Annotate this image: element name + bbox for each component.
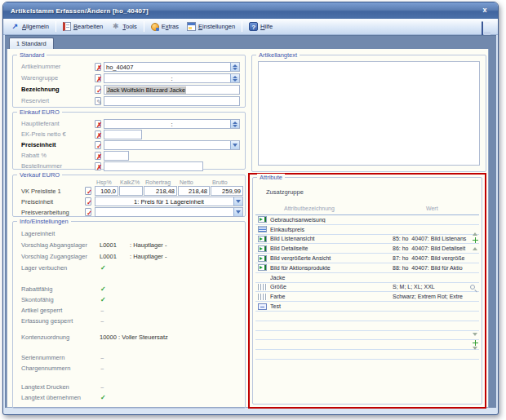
ek-preiseinheit-select[interactable] — [104, 140, 240, 150]
spinner-button[interactable] — [230, 120, 239, 128]
attribute-row[interactable]: Bild für Aktionsprodukte 88: ho_40407: B… — [255, 263, 479, 273]
hauptlieferant-input[interactable]: : — [104, 119, 240, 129]
media-attribute-icon — [258, 264, 267, 271]
add-icon[interactable] — [473, 340, 478, 346]
attribute-row-empty[interactable] — [255, 312, 479, 321]
attribute-row[interactable]: Bild Listenansicht 85: ho_40407: Bild Li… — [255, 235, 479, 245]
artikelnummer-input[interactable]: ho_40407 — [104, 62, 240, 72]
column-header: Brutto — [212, 179, 228, 186]
menu-allgemein[interactable]: ↗ Allgemein — [7, 20, 53, 33]
list-attribute-icon — [258, 284, 267, 290]
kalkz-cell[interactable] — [119, 186, 143, 196]
preisverarbeitung-select[interactable] — [95, 207, 243, 217]
info-desc: : Hauptlager - — [130, 252, 166, 261]
reserviert-input[interactable] — [104, 96, 240, 106]
column-header: Attributbezeichnung — [284, 206, 335, 211]
menu-label: Bearbeiten — [73, 23, 103, 30]
menu-bearbeiten[interactable]: Bearbeiten — [59, 20, 107, 33]
tab-page: Standard Artikelnummer ho_40407 Warengru… — [5, 49, 496, 408]
attribute-row[interactable]: Gebrauchsanweisung — [255, 215, 479, 225]
toolbar-separator — [144, 21, 144, 32]
info-label: Lagereinheit — [21, 229, 55, 238]
field-label: VK Preisliste 1 — [21, 187, 61, 196]
tools-icon: ✱ — [111, 22, 120, 31]
search-icon[interactable] — [470, 285, 475, 290]
dash-mark: -- — [100, 364, 103, 373]
field-label: Reserviert — [21, 96, 49, 105]
attribute-row-empty[interactable] — [255, 350, 479, 360]
dash-mark: -- — [100, 306, 103, 315]
attribute-row[interactable]: Bild vergrößerte Ansicht 87: ho_40407: B… — [255, 254, 479, 263]
attribute-row[interactable]: Größe S; M; L; XL; XXL — [255, 283, 479, 293]
dropdown-button[interactable] — [233, 197, 242, 206]
edit-icon — [95, 97, 101, 105]
group-attribute: Attribute Zusatzgruppe Attributbezeichnu… — [252, 177, 482, 405]
check-mark: ✓ — [100, 295, 106, 304]
attribute-row[interactable]: Jacke — [255, 273, 479, 283]
netto-cell[interactable]: 218,48 — [178, 186, 210, 196]
vk-preiseinheit-select[interactable]: 1: Preis für 1 Lagereinheit — [95, 197, 243, 206]
menu-hilfe[interactable]: ? Hilfe — [245, 20, 277, 33]
menu-extras[interactable]: Extras — [147, 20, 183, 33]
media-attribute-icon — [258, 255, 267, 262]
add-icon[interactable] — [473, 237, 478, 243]
attribute-name: Einkaufspreis — [270, 227, 393, 232]
close-button[interactable]: x — [479, 5, 490, 15]
dropdown-button[interactable] — [230, 141, 239, 149]
title-bar[interactable]: Artikelstamm Erfassen/Ändern [ho_40407] … — [3, 2, 498, 19]
field-label: Preisverarbeitung — [21, 208, 69, 217]
field-label: Bestellnummer — [21, 161, 62, 170]
attribute-row-empty[interactable] — [255, 340, 479, 350]
group-info: Info/Einstellungen Lagereinheit Vorschla… — [12, 221, 246, 409]
spinner-button[interactable] — [230, 63, 239, 71]
attribute-row[interactable]: Farbe Schwarz; Extrem Rot; Extre — [255, 292, 479, 302]
warengruppe-input[interactable]: : — [104, 73, 240, 83]
attribute-row[interactable]: Test — [255, 302, 479, 312]
field-label: Artikelnummer — [21, 62, 60, 71]
spinner-button[interactable] — [230, 74, 239, 82]
attribute-row-empty[interactable] — [255, 331, 479, 341]
dash-mark: -- — [100, 316, 103, 325]
save-button[interactable] — [482, 22, 491, 32]
attribute-value: S; M; L; XL; XXL — [393, 284, 479, 290]
langtext-textarea[interactable] — [258, 61, 480, 166]
field-label: EK-Preis netto € — [21, 130, 66, 139]
rohertrag-cell[interactable]: 218,48 — [144, 186, 177, 196]
attribute-name: Gebrauchsanweisung — [270, 217, 393, 223]
move-up-icon[interactable] — [473, 247, 477, 250]
bestellnummer-input[interactable] — [104, 161, 203, 171]
attribute-row[interactable]: Einkaufspreis — [255, 225, 479, 235]
vk-preiseinheit-value: 1: Preis für 1 Lagereinheit — [134, 198, 204, 206]
attribute-row[interactable]: Bild Detailseite 86: ho_40407: Bild Deta… — [255, 244, 479, 254]
rabatt-input[interactable] — [104, 151, 129, 161]
field-label: Preiseinheit — [21, 140, 56, 149]
attribute-value: Schwarz; Extrem Rot; Extre — [393, 294, 479, 299]
bezeichnung-value: Jack Wolfskin Blizzard Jacke — [106, 86, 186, 94]
ek-preis-input[interactable] — [104, 130, 142, 139]
menu-label: Hilfe — [260, 23, 273, 30]
attribute-name: Jacke — [270, 275, 393, 281]
hsp-cell[interactable]: 100,0 — [95, 186, 118, 196]
zusatzgruppe-label: Zusatzgruppe — [266, 188, 304, 196]
menu-einstellungen[interactable]: Einstellungen — [183, 20, 239, 33]
info-label: Vorschlag Zugangslager — [21, 252, 87, 261]
required-x-icon — [95, 152, 101, 160]
tab-standard[interactable]: 1 Standard — [9, 38, 54, 49]
media-attribute-icon — [258, 236, 267, 242]
dropdown-button[interactable] — [233, 208, 242, 216]
menu-tools[interactable]: ✱ Tools — [107, 20, 141, 33]
check-icon — [95, 141, 101, 149]
bezeichnung-input[interactable]: Jack Wolfskin Blizzard Jacke — [104, 85, 240, 95]
info-label: Erfassung gesperrt — [21, 316, 73, 325]
attribute-row-empty[interactable] — [255, 321, 479, 331]
scroll-bottom-icon[interactable] — [473, 350, 477, 365]
brutto-cell[interactable]: 259,99 — [211, 186, 243, 196]
move-down-icon[interactable] — [473, 333, 477, 336]
window-title: Artikelstamm Erfassen/Ändern [ho_40407] — [3, 7, 149, 15]
required-x-icon — [95, 63, 101, 71]
extras-icon — [151, 23, 159, 31]
info-code: L0001 — [100, 252, 117, 261]
group-legend: Standard — [17, 51, 47, 59]
no-icon — [258, 274, 267, 281]
scroll-top-icon[interactable] — [473, 219, 477, 233]
